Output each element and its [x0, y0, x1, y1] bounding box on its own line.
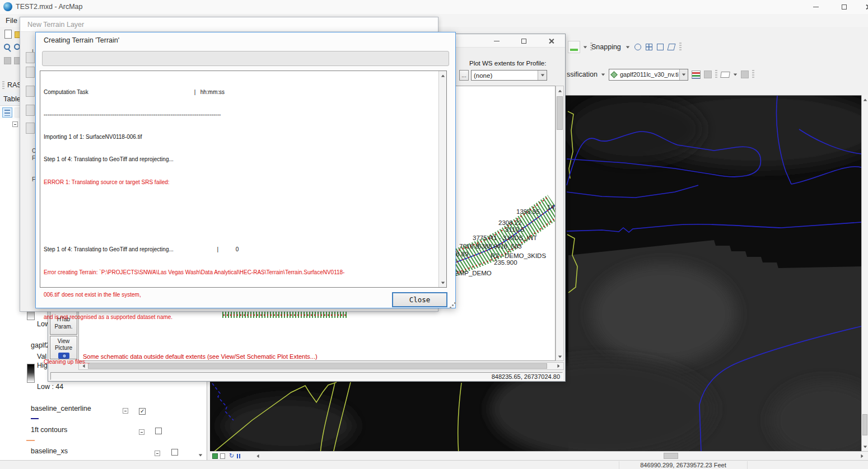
browse-button[interactable]: ... — [459, 70, 469, 81]
canvas-scroll-up-icon[interactable] — [556, 87, 563, 95]
raster-layer-combobox[interactable]: gaplf2011lc_v30_nv.ti — [609, 69, 688, 81]
orange-line-swatch — [26, 440, 35, 441]
toc-expander[interactable] — [139, 429, 144, 435]
raster-layer-icon — [610, 71, 618, 78]
log-scrollbar[interactable] — [438, 71, 446, 287]
minimize-icon — [813, 7, 819, 7]
status-separator — [619, 461, 619, 469]
minimize-button[interactable] — [806, 0, 825, 14]
form-control-fragment — [26, 52, 35, 63]
zoom-in-handle-icon — [8, 49, 11, 52]
canvas-scroll-right-icon[interactable] — [555, 363, 562, 369]
combo-dropdown-button[interactable] — [679, 69, 688, 80]
cross-sections-upper — [444, 197, 556, 273]
new-terrain-titlebar[interactable]: New Terrain Layer — [20, 17, 438, 32]
log-scroll-down-icon[interactable] — [439, 279, 446, 286]
layer-checkbox[interactable] — [171, 449, 178, 456]
elevation-ramp2 — [27, 364, 35, 383]
titlebar: TEST2.mxd - ArcMap — [0, 0, 868, 14]
arcmap-logo-icon — [3, 2, 12, 11]
pan-icon[interactable] — [4, 57, 11, 64]
restore-button[interactable] — [834, 0, 853, 14]
new-terrain-title: New Terrain Layer — [27, 21, 84, 29]
layer-checkbox[interactable]: ✓ — [139, 408, 146, 415]
vscroll-thumb[interactable] — [862, 414, 867, 435]
layout-view-icon[interactable] — [220, 453, 225, 459]
profile-value: (none) — [474, 72, 538, 79]
training-sample-manager-icon[interactable] — [692, 71, 701, 79]
close-icon — [865, 4, 868, 10]
map-vertical-scrollbar[interactable] — [861, 95, 868, 451]
snap-vertex-icon[interactable] — [657, 44, 664, 50]
status-separator2 — [747, 461, 748, 469]
menu-file[interactable]: File — [6, 16, 17, 25]
statusbar: 846990.299, 26739572.23 Feet — [0, 460, 868, 469]
scroll-up-icon[interactable] — [862, 96, 868, 103]
scroll-right-icon[interactable] — [858, 453, 866, 459]
restore-icon — [842, 4, 847, 10]
form-control-fragment — [26, 105, 35, 116]
toolbar-grip[interactable] — [752, 70, 754, 79]
arcmap-window: TEST2.mxd - ArcMap File RAS — [0, 0, 868, 469]
symbol-color-icon[interactable] — [568, 41, 580, 53]
snapping-toolbar: Snapping — [591, 39, 682, 55]
toc-expander[interactable] — [123, 408, 128, 414]
histogram-icon-disabled — [704, 71, 712, 78]
log-output[interactable]: Computation Task | hh:mm:ss ------------… — [40, 71, 447, 288]
toc-title: Table — [3, 95, 21, 103]
select-cursor-icon-disabled — [741, 71, 749, 78]
map-coordinates: 846990.299, 26739572.23 Feet — [623, 462, 744, 468]
layer-label[interactable]: baseline_xs — [31, 447, 68, 455]
layer-label[interactable]: baseline_centerline — [31, 405, 91, 412]
snap-point-icon[interactable] — [634, 44, 641, 50]
toolbar-grip[interactable] — [2, 81, 4, 90]
pause-drawing-icon[interactable] — [237, 454, 238, 458]
canvas-vthumb[interactable] — [557, 96, 563, 130]
hscroll-thumb[interactable] — [664, 453, 678, 459]
image-classification-toolbar: ssification gaplf2011lc_v30_nv.ti — [567, 66, 754, 83]
canvas-scroll-down-icon[interactable] — [556, 353, 563, 360]
toolbar-grip[interactable] — [679, 43, 682, 51]
ras-minimize-button[interactable] — [489, 35, 504, 46]
toc-expander[interactable] — [12, 121, 18, 127]
refresh-icon[interactable]: ↻ — [229, 452, 234, 459]
scroll-left-icon[interactable] — [254, 453, 262, 459]
green-underline-icon — [570, 49, 578, 51]
ras-maximize-button[interactable] — [516, 35, 531, 46]
snap-end-icon[interactable] — [646, 44, 652, 50]
mini-toolbar — [568, 39, 592, 55]
snap-edge-icon[interactable] — [667, 44, 675, 50]
close-dialog-button[interactable]: Close — [392, 292, 447, 307]
log-scroll-up-icon[interactable] — [439, 72, 446, 79]
close-button[interactable] — [860, 0, 868, 14]
toc-scroll-down-icon[interactable] — [196, 451, 205, 459]
classification-dropdown-icon[interactable] — [601, 73, 605, 76]
progress-bar — [42, 51, 449, 66]
creating-terrain-title: Creating Terrain 'Terrain' — [44, 36, 119, 44]
resize-grip-icon[interactable] — [452, 304, 454, 306]
form-control-fragment — [26, 86, 35, 97]
draw-polygon-icon[interactable] — [720, 72, 730, 78]
canvas-vscrollbar[interactable] — [556, 86, 564, 361]
creating-terrain-dialog: Creating Terrain 'Terrain' Computation T… — [35, 32, 456, 308]
profile-combobox[interactable]: (none) — [471, 70, 547, 81]
form-control-fragment — [26, 67, 35, 78]
log-text: Computation Task | hh:mm:ss ------------… — [40, 71, 446, 383]
new-document-icon[interactable] — [4, 30, 12, 39]
ramp-low-label2: Low : 44 — [37, 383, 63, 391]
ras-close-button[interactable] — [544, 35, 558, 46]
snapping-dropdown-icon[interactable] — [626, 46, 629, 48]
layer-checkbox[interactable] — [155, 428, 162, 434]
toc-list-by-drawing-order-icon[interactable] — [2, 107, 12, 118]
dropdown-arrow-icon[interactable] — [584, 46, 587, 48]
raster-layer-value: gaplf2011lc_v30_nv.ti — [620, 71, 679, 78]
toolbar-separator — [715, 70, 717, 79]
scroll-down-icon[interactable] — [862, 443, 868, 450]
draw-tool-dropdown-icon[interactable] — [734, 73, 737, 76]
snapping-menu[interactable]: Snapping — [591, 43, 621, 51]
layer-label[interactable]: 1ft contours — [31, 426, 67, 434]
data-view-icon[interactable] — [212, 453, 218, 459]
toc-expander[interactable] — [155, 451, 160, 456]
profile-dropdown-button[interactable] — [538, 71, 547, 80]
classification-menu[interactable]: ssification — [567, 71, 598, 78]
